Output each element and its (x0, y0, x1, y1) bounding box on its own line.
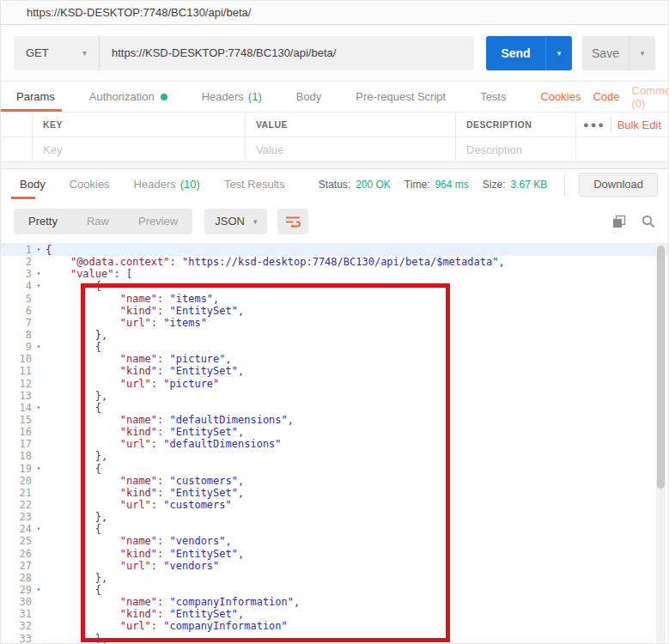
tab-headers[interactable]: Headers (1) (202, 82, 277, 112)
code-text: "url": "vendors" (46, 560, 219, 572)
fold-toggle-icon[interactable]: ▾ (32, 402, 46, 414)
tab-tests-label: Tests (480, 90, 506, 103)
fold-gutter (32, 256, 46, 268)
view-mode-pretty[interactable]: Pretty (14, 209, 72, 234)
fold-gutter (32, 353, 46, 365)
fold-gutter (32, 378, 46, 390)
method-label: GET (26, 46, 49, 59)
code-line: 15 "name": "defaultDimensions", (1, 414, 668, 426)
line-number: 5 (1, 293, 32, 305)
fold-toggle-icon[interactable]: ▾ (32, 584, 46, 596)
line-number: 13 (1, 390, 32, 402)
line-number: 3 (1, 268, 32, 280)
fold-gutter (32, 426, 46, 438)
view-mode-preview[interactable]: Preview (124, 209, 192, 234)
fold-toggle-icon[interactable]: ▾ (32, 268, 46, 280)
viewer-right-icons (612, 215, 655, 228)
fold-toggle-icon[interactable]: ▾ (32, 244, 46, 256)
response-tab-cookies[interactable]: Cookies (61, 169, 119, 199)
params-header-actions: ●●● Bulk Edit (576, 112, 668, 137)
line-number: 21 (1, 487, 32, 499)
save-options-caret[interactable]: ▾ (629, 36, 655, 70)
code-line: 30 "name": "companyInformation", (1, 596, 668, 608)
code-line: 22 "url": "customers" (1, 499, 668, 511)
code-line: 29▾ { (1, 584, 668, 596)
fold-toggle-icon[interactable]: ▾ (32, 280, 46, 292)
line-number: 27 (1, 560, 32, 572)
code-text: }, (46, 572, 107, 584)
fold-toggle-icon[interactable]: ▾ (32, 341, 46, 353)
code-text: }, (46, 329, 107, 341)
save-button[interactable]: Save (582, 36, 629, 70)
param-value-input[interactable] (256, 143, 445, 156)
time-label: Time: (404, 179, 430, 191)
code-text: { (46, 402, 101, 414)
code-line: 20 "name": "customers", (1, 475, 668, 487)
language-select[interactable]: JSON ▾ (204, 209, 267, 234)
comments-link[interactable]: Comments (0) (632, 84, 669, 110)
params-data-row (1, 137, 668, 162)
response-tab-test-results-label: Test Results (224, 178, 285, 191)
code-line: 4▾ { (1, 280, 668, 292)
line-number: 7 (1, 317, 32, 329)
send-options-caret[interactable]: ▾ (546, 36, 572, 70)
more-options-icon[interactable]: ●●● (583, 119, 605, 130)
view-mode-raw[interactable]: Raw (72, 209, 124, 234)
code-text: "name": "defaultDimensions", (46, 414, 294, 426)
tab-authorization[interactable]: Authorization (89, 82, 183, 112)
response-tab-headers[interactable]: Headers (10) (125, 169, 209, 199)
line-number: 6 (1, 305, 32, 317)
line-number: 12 (1, 378, 32, 390)
response-tab-test-results[interactable]: Test Results (216, 169, 294, 199)
tab-tests[interactable]: Tests (480, 82, 521, 112)
param-row-handle (1, 137, 33, 161)
tab-params[interactable]: Params (14, 82, 70, 112)
send-button[interactable]: Send (486, 36, 546, 70)
url-input[interactable] (100, 36, 474, 70)
code-line: 13 }, (1, 390, 668, 402)
code-link[interactable]: Code (593, 90, 619, 103)
method-select[interactable]: GET ▾ (14, 36, 100, 70)
divider (564, 173, 565, 196)
code-line: 17 "url": "defaultDimensions" (1, 438, 668, 450)
fold-toggle-icon[interactable]: ▾ (32, 523, 46, 535)
search-button[interactable] (642, 215, 655, 228)
line-number: 9 (1, 341, 32, 353)
param-description-input[interactable] (466, 143, 565, 156)
param-key-input[interactable] (43, 143, 234, 156)
code-line: 31 "kind": "EntitySet", (1, 608, 668, 620)
fold-gutter (32, 596, 46, 608)
fold-gutter (32, 620, 46, 632)
line-number: 8 (1, 329, 32, 341)
scrollbar-track[interactable] (656, 244, 666, 644)
fold-toggle-icon[interactable]: ▾ (32, 463, 46, 475)
code-text: { (46, 280, 101, 292)
scrollbar-thumb[interactable] (657, 246, 665, 489)
line-number: 25 (1, 535, 32, 547)
code-text: "url": "picture" (46, 378, 219, 390)
code-line: 12 "url": "picture" (1, 378, 668, 390)
copy-button[interactable] (612, 215, 626, 228)
postman-window: https://KSD-DESKTOP:7748/BC130/api/beta/… (0, 0, 669, 644)
code-text: "name": "picture", (46, 353, 232, 365)
line-number: 29 (1, 584, 32, 596)
tab-pre-request-script-label: Pre-request Script (356, 90, 446, 103)
code-line: 6 "kind": "EntitySet", (1, 305, 668, 317)
tab-pre-request-script[interactable]: Pre-request Script (356, 82, 461, 112)
time-value: 964 ms (435, 179, 468, 191)
wrap-text-button[interactable] (277, 209, 308, 234)
download-button[interactable]: Download (579, 173, 658, 197)
fold-gutter (32, 365, 46, 377)
bulk-edit-link[interactable]: Bulk Edit (617, 118, 661, 131)
request-tab-bar: https://KSD-DESKTOP:7748/BC130/api/beta/ (1, 1, 668, 25)
cookies-link[interactable]: Cookies (540, 90, 581, 103)
chevron-down-icon: ▾ (82, 48, 87, 58)
save-button-group: Save ▾ (582, 36, 655, 70)
response-tab-body[interactable]: Body (11, 169, 54, 199)
line-number: 1 (1, 244, 32, 256)
code-text: }, (46, 390, 107, 402)
fold-gutter (32, 438, 46, 450)
code-text: { (46, 523, 101, 535)
tab-body[interactable]: Body (296, 82, 338, 112)
request-tab-title[interactable]: https://KSD-DESKTOP:7748/BC130/api/beta/ (1, 6, 251, 19)
